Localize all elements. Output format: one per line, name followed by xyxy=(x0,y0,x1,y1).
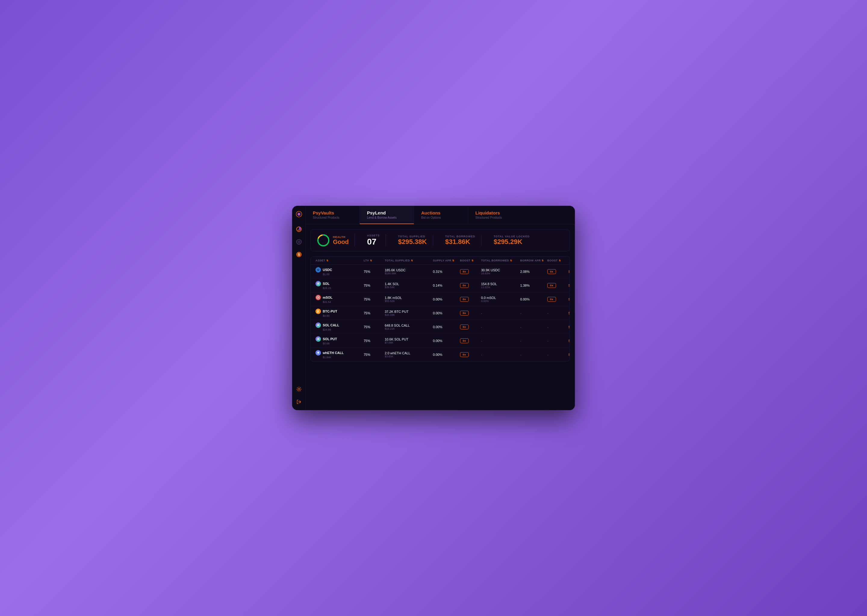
table-row: U USDC $1.00 75% 185.6K USDC $185.56K 0.… xyxy=(311,265,569,278)
boost-supply-usdc: 0x xyxy=(460,269,481,274)
boost-supply-btn-solcall[interactable]: 0x xyxy=(460,325,469,329)
th-borrow-apr: BORROW APR ⇅ xyxy=(520,259,547,262)
asset-cell-solput: SOL PUT $0.66 xyxy=(315,336,364,345)
logo-icon xyxy=(296,211,302,217)
supply-apr-whethcall: 0.00% xyxy=(433,353,460,357)
asset-icon-solput xyxy=(315,336,321,342)
svg-text:$: $ xyxy=(298,253,300,256)
svg-point-2 xyxy=(298,214,300,215)
health-widget: HEALTH Good xyxy=(317,234,355,247)
nav-psylend[interactable]: PsyLend Lend & Borrow Assets xyxy=(360,206,414,224)
supply-apr-solcall: 0.00% xyxy=(433,325,460,329)
boost-supply-btcput: 0x xyxy=(460,311,481,316)
asset-icon-msol xyxy=(315,295,321,300)
svg-text:₿: ₿ xyxy=(317,310,319,313)
boost-supply-sort-icon[interactable]: ⇅ xyxy=(471,259,474,262)
boost-supply-btn-usdc[interactable]: 0x xyxy=(460,269,469,274)
asset-icon-btcput: ₿ xyxy=(315,309,321,314)
table-header: ASSET ⇅ LTV ⇅ TOTAL SUPPLIED ⇅ SUPPLY AP… xyxy=(311,256,569,265)
table-row: mSOL $31.54 75% 1.8K mSOL $55.52K 0.00% … xyxy=(311,292,569,306)
asset-sort-icon[interactable]: ⇅ xyxy=(326,259,329,262)
boost-borrow-sort-icon[interactable]: ⇅ xyxy=(559,259,561,262)
ltv-btcput: 75% xyxy=(364,311,385,315)
boost-supply-btn-msol[interactable]: 0x xyxy=(460,297,469,302)
ltv-solput: 75% xyxy=(364,339,385,343)
boost-supply-btn-sol[interactable]: 0x xyxy=(460,283,469,288)
boost-supply-whethcall: 0x xyxy=(460,352,481,357)
token-icon[interactable]: $ xyxy=(296,251,302,258)
supply-action-msol[interactable]: Supply xyxy=(568,297,570,301)
th-ltv: LTV ⇅ xyxy=(364,259,385,262)
borrowed-usdc: 30.9K USDC 16.63% xyxy=(481,268,520,275)
borrowed-whethcall: - xyxy=(481,353,520,357)
boost-supply-btn-whethcall[interactable]: 0x xyxy=(460,352,469,357)
asset-cell-sol: SOL $28.15 xyxy=(315,281,364,290)
th-action1 xyxy=(568,259,570,262)
asset-icon-whethcall xyxy=(315,350,321,355)
supply-action-usdc[interactable]: Supply xyxy=(568,270,570,273)
supplied-sort-icon[interactable]: ⇅ xyxy=(411,259,413,262)
table-row: SOL CALL $24.99 75% 648.8 SOL CALL $16.2… xyxy=(311,320,569,334)
health-text: HEALTH Good xyxy=(333,236,348,245)
boost-borrow-solput: - xyxy=(547,339,568,343)
supplied-solput: 10.6K SOL PUT $7.06K xyxy=(385,338,433,344)
supply-action-btcput[interactable]: Supply xyxy=(568,311,570,315)
boost-supply-solcall: 0x xyxy=(460,325,481,329)
sidebar: $ xyxy=(292,206,306,410)
boost-borrow-solcall: - xyxy=(547,325,568,329)
asset-icon-usdc: U xyxy=(315,267,321,272)
supply-apr-sort-icon[interactable]: ⇅ xyxy=(452,259,455,262)
borrow-apr-msol: 0.00% xyxy=(520,297,547,301)
borrowed-sol: 154.8 SOL 11.02% xyxy=(481,282,520,289)
assets-stat: ASSETS 07 xyxy=(361,234,386,247)
borrowed-sort-icon[interactable]: ⇅ xyxy=(510,259,512,262)
boost-borrow-whethcall: - xyxy=(547,353,568,357)
boost-borrow-btn-usdc[interactable]: 0x xyxy=(547,269,556,274)
table-row: whETH CALL $1.84K 75% 2.0 whETH CALL $3.… xyxy=(311,348,569,361)
boost-supply-btn-solput[interactable]: 0x xyxy=(460,338,469,343)
nav-psyvaults[interactable]: PsyVaults Structured Products xyxy=(306,206,360,224)
boost-supply-btn-btcput[interactable]: 0x xyxy=(460,311,469,316)
boost-borrow-usdc: 0x xyxy=(547,269,568,274)
ltv-solcall: 75% xyxy=(364,325,385,329)
asset-icon-sol xyxy=(315,281,321,286)
asset-icon-solcall xyxy=(315,322,321,328)
supplied-whethcall: 2.0 whETH CALL $3.65K xyxy=(385,351,433,358)
boost-supply-solput: 0x xyxy=(460,338,481,343)
table-row: SOL $28.15 75% 1.4K SOL $39.54K 0.14% 0x xyxy=(311,278,569,292)
borrowed-solcall: - xyxy=(481,325,520,329)
asset-cell-btcput: ₿ BTC-PUT $0.90 xyxy=(315,309,364,317)
boost-borrow-btn-msol[interactable]: 0x xyxy=(547,297,556,302)
supply-apr-sol: 0.14% xyxy=(433,284,460,287)
borrow-apr-btcput: - xyxy=(520,311,547,315)
boost-borrow-btn-sol[interactable]: 0x xyxy=(547,283,556,288)
chart-icon[interactable] xyxy=(296,226,302,233)
borrow-apr-sort-icon[interactable]: ⇅ xyxy=(542,259,544,262)
supply-action-solput[interactable]: Supply xyxy=(568,339,570,343)
boost-supply-sol: 0x xyxy=(460,283,481,288)
supply-apr-solput: 0.00% xyxy=(433,339,460,343)
supplied-usdc: 185.6K USDC $185.56K xyxy=(385,268,433,275)
supplied-sol: 1.4K SOL $39.54K xyxy=(385,282,433,289)
nav-liquidators[interactable]: Liquidators Structured Products xyxy=(468,206,522,224)
ltv-sort-icon[interactable]: ⇅ xyxy=(370,259,372,262)
supply-action-whethcall[interactable]: Supply xyxy=(568,353,570,357)
nav-auctions[interactable]: Auctions Bid on Options xyxy=(414,206,468,224)
content-area: HEALTH Good ASSETS 07 TOTAL SUPPLIED $29… xyxy=(306,225,575,410)
supply-action-sol[interactable]: Supply xyxy=(568,284,570,287)
borrowed-btcput: - xyxy=(481,311,520,315)
supply-apr-btcput: 0.00% xyxy=(433,311,460,315)
th-boost-supply: BOOST ⇅ xyxy=(460,259,481,262)
logout-icon[interactable] xyxy=(296,399,302,405)
ltv-whethcall: 75% xyxy=(364,353,385,357)
settings-icon[interactable] xyxy=(296,386,302,393)
ltv-sol: 75% xyxy=(364,284,385,287)
th-boost-borrow: BOOST ⇅ xyxy=(547,259,568,262)
asset-cell-usdc: U USDC $1.00 xyxy=(315,267,364,276)
circle-icon[interactable] xyxy=(296,239,302,245)
th-total-borrowed: TOTAL BORROWED ⇅ xyxy=(481,259,520,262)
table-row: ₿ BTC-PUT $0.90 75% 37.2K BTC PUT $33.33… xyxy=(311,306,569,320)
svg-point-9 xyxy=(298,388,300,390)
supply-action-solcall[interactable]: Supply xyxy=(568,325,570,329)
borrow-apr-whethcall: - xyxy=(520,353,547,357)
